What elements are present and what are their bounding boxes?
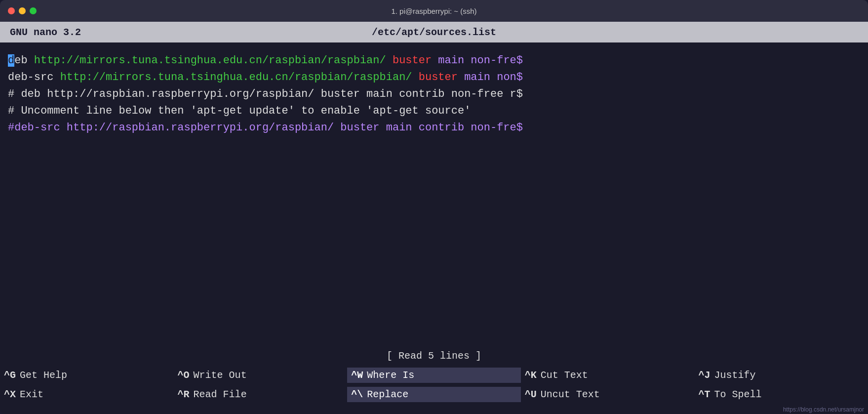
shortcut-read-file[interactable]: ^R Read File <box>174 387 348 402</box>
status-bar: [ Read 5 lines ] <box>0 346 868 366</box>
nano-header: GNU nano 3.2 /etc/apt/sources.list <box>0 22 868 42</box>
shortcut-where-is[interactable]: ^W Where Is <box>347 368 521 383</box>
shortcuts-row-1: ^G Get Help ^O Write Out ^W Where Is ^K … <box>0 366 868 385</box>
shortcut-label-g: Get Help <box>20 370 67 381</box>
shortcut-label-r: Read File <box>194 389 247 400</box>
maximize-button[interactable] <box>30 7 37 14</box>
shortcut-justify[interactable]: ^J Justify <box>694 368 868 383</box>
window-title: 1. pi@raspberrypi: ~ (ssh) <box>391 7 476 15</box>
nano-filename: /etc/apt/sources.list <box>222 27 646 38</box>
title-bar: 1. pi@raspberrypi: ~ (ssh) <box>0 0 868 22</box>
editor-line-3: # deb http://raspbian.raspberrypi.org/ra… <box>8 86 860 103</box>
editor-line-1: deb http://mirrors.tuna.tsinghua.edu.cn/… <box>8 52 860 69</box>
shortcut-key-j: ^J <box>698 370 710 381</box>
shortcut-label-x: Exit <box>20 389 43 400</box>
shortcut-write-out[interactable]: ^O Write Out <box>174 368 348 383</box>
editor-line-4: # Uncomment line below then 'apt-get upd… <box>8 103 860 120</box>
status-message: [ Read 5 lines ] <box>387 350 481 362</box>
shortcut-key-w: ^W <box>351 370 363 381</box>
shortcut-label-j: Justify <box>714 370 755 381</box>
nano-version: GNU nano 3.2 <box>10 27 222 38</box>
shortcut-key-g: ^G <box>4 370 16 381</box>
shortcut-label-t: To Spell <box>714 389 761 400</box>
window-controls <box>8 7 37 14</box>
editor-line-2: deb-src http://mirrors.tuna.tsinghua.edu… <box>8 69 860 86</box>
shortcut-label-w: Where Is <box>367 370 414 381</box>
shortcut-to-spell[interactable]: ^T To Spell <box>694 387 868 402</box>
shortcut-key-u: ^U <box>525 389 537 400</box>
shortcut-key-backslash: ^\ <box>351 389 363 400</box>
shortcut-exit[interactable]: ^X Exit <box>0 387 174 402</box>
shortcut-key-k: ^K <box>525 370 537 381</box>
shortcuts-row-2: ^X Exit ^R Read File ^\ Replace ^U Uncut… <box>0 385 868 404</box>
shortcut-key-o: ^O <box>178 370 190 381</box>
shortcut-cut-text[interactable]: ^K Cut Text <box>521 368 695 383</box>
minimize-button[interactable] <box>19 7 26 14</box>
shortcut-key-r: ^R <box>178 389 190 400</box>
shortcut-label-backslash: Replace <box>367 389 408 400</box>
editor-area[interactable]: deb http://mirrors.tuna.tsinghua.edu.cn/… <box>0 42 868 346</box>
terminal-window: 1. pi@raspberrypi: ~ (ssh) GNU nano 3.2 … <box>0 0 868 414</box>
shortcut-replace[interactable]: ^\ Replace <box>347 387 521 402</box>
shortcut-get-help[interactable]: ^G Get Help <box>0 368 174 383</box>
shortcut-label-u: Uncut Text <box>541 389 600 400</box>
shortcut-label-o: Write Out <box>194 370 247 381</box>
shortcut-key-x: ^X <box>4 389 16 400</box>
shortcut-label-k: Cut Text <box>541 370 588 381</box>
close-button[interactable] <box>8 7 15 14</box>
url-label: https://blog.csdn.net/ursamjnor <box>783 406 864 413</box>
shortcut-uncut-text[interactable]: ^U Uncut Text <box>521 387 695 402</box>
url-bar-container: https://blog.csdn.net/ursamjnor <box>0 404 868 414</box>
editor-line-5: #deb-src http://raspbian.raspberrypi.org… <box>8 120 860 136</box>
shortcuts-container: ^G Get Help ^O Write Out ^W Where Is ^K … <box>0 366 868 404</box>
cursor: d <box>8 54 14 67</box>
shortcut-key-t: ^T <box>698 389 710 400</box>
